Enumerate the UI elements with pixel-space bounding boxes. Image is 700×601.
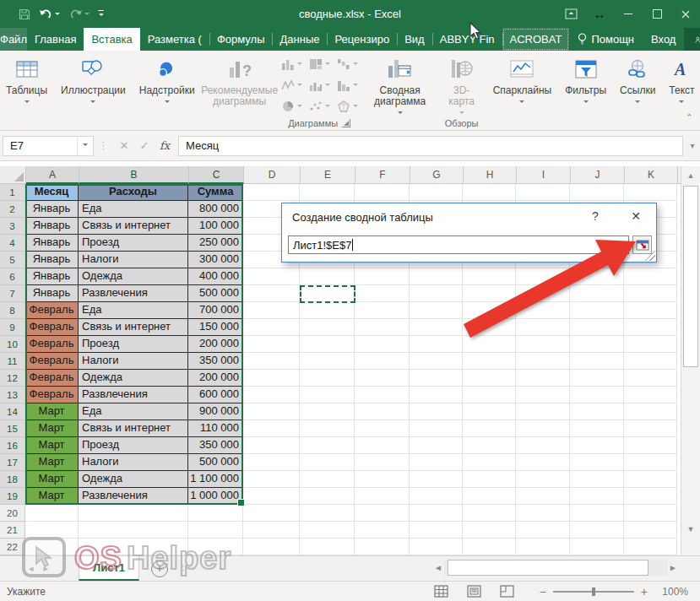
combo-chart-button[interactable] [307,74,334,95]
scroll-left-icon[interactable]: ◄ [432,563,444,572]
ribbon-tab-5[interactable]: Данные [272,28,327,51]
cell-K13[interactable] [624,387,677,403]
row-header-8[interactable]: 8 [0,302,24,319]
cell-F18[interactable] [355,471,410,488]
cell-I15[interactable] [516,420,570,437]
illustrations-button[interactable]: Иллюстрации [55,51,132,130]
cell-C8[interactable]: 700 000 [188,302,243,319]
row-header-22[interactable]: 22 [0,539,24,555]
cell-H13[interactable] [463,387,516,403]
cell-H8[interactable] [463,302,516,319]
insert-function-icon[interactable]: fx [155,136,175,156]
radar-chart-button[interactable] [334,95,362,116]
cell-C19[interactable]: 1 000 000 [188,488,243,505]
cell-C5[interactable]: 300 000 [188,252,243,268]
cell-F9[interactable] [355,319,410,336]
cell-I14[interactable] [516,403,570,420]
cell-C7[interactable]: 500 000 [188,285,243,302]
cell-F20[interactable] [355,505,410,522]
cell-I20[interactable] [516,505,570,522]
cell-H15[interactable] [463,420,516,437]
cell-E22[interactable] [300,539,355,555]
cell-B15[interactable]: Связь и интернет [79,420,188,437]
row-header-3[interactable]: 3 [0,218,24,235]
cell-E17[interactable] [300,454,355,471]
cell-J8[interactable] [570,302,624,319]
cell-H22[interactable] [463,539,516,555]
cell-E20[interactable] [300,505,355,522]
cell-J18[interactable] [570,471,624,488]
cell-A14[interactable]: Март [25,403,79,420]
cell-G9[interactable] [410,319,463,336]
cell-G13[interactable] [410,387,463,403]
cell-G20[interactable] [410,505,463,522]
cell-G1[interactable] [410,184,463,201]
cell-G18[interactable] [410,471,463,488]
cell-K7[interactable] [624,285,677,302]
cell-B16[interactable]: Проезд [79,437,188,454]
save-icon[interactable] [19,8,30,20]
row-header-6[interactable]: 6 [0,268,24,285]
treemap-chart-button[interactable] [307,53,334,74]
ribbon-tab-2[interactable]: Вставка [84,28,139,51]
cell-B17[interactable]: Налоги [79,454,188,471]
cell-A19[interactable]: Март [25,488,79,505]
cell-E13[interactable] [300,387,355,403]
cell-J13[interactable] [570,387,624,403]
cell-B21[interactable] [79,522,188,539]
cell-J16[interactable] [570,437,624,454]
tables-button[interactable]: Таблицы [0,51,53,130]
cell-B7[interactable]: Развлечения [79,285,188,302]
cell-J14[interactable] [570,403,624,420]
cell-D9[interactable] [243,319,300,336]
cell-E9[interactable] [300,319,355,336]
cell-K18[interactable] [624,471,677,488]
cell-B12[interactable]: Одежда [79,370,188,387]
normal-view-icon[interactable] [434,585,448,598]
cell-A10[interactable]: Февраль [25,336,79,353]
ribbon-display-options-icon[interactable] [556,0,585,28]
cell-B3[interactable]: Связь и интернет [79,218,188,235]
sign-in-button[interactable]: Вход [643,28,684,51]
cell-A20[interactable] [25,505,79,522]
cell-F10[interactable] [355,336,410,353]
filters-button[interactable]: Фильтры [559,51,612,130]
row-header-20[interactable]: 20 [0,505,24,522]
cell-H21[interactable] [463,522,516,539]
cell-G10[interactable] [410,336,463,353]
cell-H1[interactable] [463,184,516,201]
cell-D7[interactable] [243,285,300,302]
cell-D10[interactable] [243,336,300,353]
cell-K12[interactable] [624,370,677,387]
cell-H12[interactable] [463,370,516,387]
waterfall-chart-button[interactable] [334,53,362,74]
cell-A5[interactable]: Январь [25,252,79,268]
cell-A11[interactable]: Февраль [25,353,79,370]
cell-I10[interactable] [516,336,570,353]
cell-A6[interactable]: Январь [25,268,79,285]
cell-H17[interactable] [463,454,516,471]
expand-formula-bar-icon[interactable]: ▾ [685,141,700,150]
cell-B2[interactable]: Еда [79,201,188,218]
ribbon-tab-1[interactable]: Главная [27,28,84,51]
row-header-9[interactable]: 9 [0,319,24,336]
row-header-21[interactable]: 21 [0,522,24,539]
cell-G15[interactable] [410,420,463,437]
cell-I17[interactable] [516,454,570,471]
cell-J11[interactable] [570,353,624,370]
row-header-16[interactable]: 16 [0,437,24,454]
cell-J17[interactable] [570,454,624,471]
cell-C13[interactable]: 600 000 [188,387,243,403]
cell-B5[interactable]: Налоги [79,252,188,268]
cell-E16[interactable] [300,437,355,454]
cell-A2[interactable]: Январь [25,201,79,218]
cell-A15[interactable]: Март [25,420,79,437]
column-header-J[interactable]: J [571,166,625,183]
tell-me-button[interactable]: Помощн [569,28,643,51]
cell-H9[interactable] [463,319,516,336]
cell-K17[interactable] [624,454,677,471]
cell-F8[interactable] [355,302,410,319]
cell-A18[interactable]: Март [25,471,79,488]
cell-B4[interactable]: Проезд [79,235,188,252]
cell-K22[interactable] [624,539,677,555]
